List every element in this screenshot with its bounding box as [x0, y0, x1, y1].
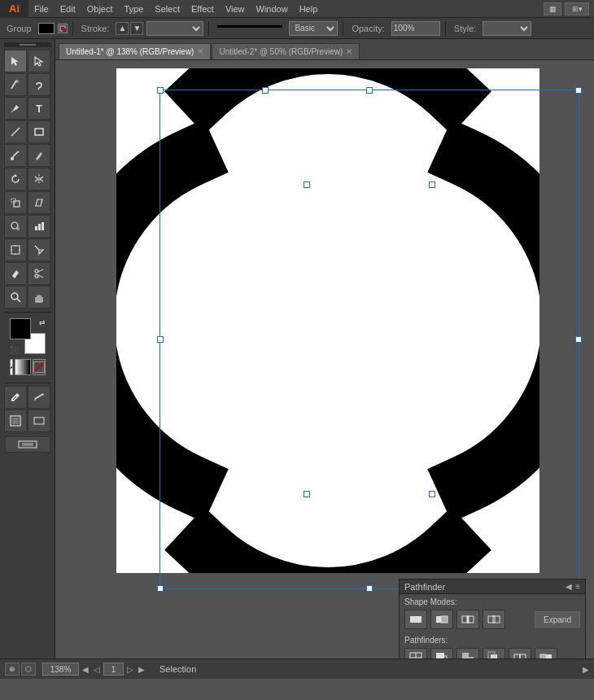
scale-tool[interactable]: [4, 191, 27, 214]
page-prev-btn-2[interactable]: ◁: [92, 665, 102, 674]
slice-tool[interactable]: [28, 238, 50, 261]
zoom-input[interactable]: [42, 663, 79, 676]
stroke-swatch-mini[interactable]: [58, 24, 68, 33]
canvas-area[interactable]: Untitled-1* @ 138% (RGB/Preview) ✕ Untit…: [55, 39, 594, 658]
reflect-tool[interactable]: [28, 168, 50, 190]
page-next-btn-2[interactable]: ▷: [125, 665, 135, 674]
pathfinder-title: Pathfinder: [404, 582, 445, 592]
panel-menu-btn[interactable]: ≡: [575, 582, 580, 591]
crop-btn[interactable]: [483, 648, 505, 658]
rotate-tool[interactable]: [4, 168, 27, 190]
line-tool[interactable]: [4, 120, 27, 143]
fill-swatch[interactable]: [38, 23, 55, 34]
handle-bm[interactable]: [366, 585, 373, 592]
menu-help[interactable]: Help: [294, 0, 324, 17]
shear-tool[interactable]: [28, 191, 50, 214]
intersect-btn[interactable]: [456, 610, 479, 629]
tab-1-close[interactable]: ✕: [197, 47, 203, 56]
type-tool[interactable]: T: [28, 97, 50, 120]
svg-rect-47: [493, 616, 500, 623]
pencil-tool[interactable]: [28, 144, 50, 167]
pathfinder-titlebar: Pathfinder ◀ ≡: [400, 580, 585, 594]
artboards-btn[interactable]: [5, 436, 50, 453]
basic-dropdown[interactable]: Basic: [289, 21, 338, 36]
unite-btn[interactable]: [404, 610, 427, 629]
minus-back-btn[interactable]: [535, 648, 557, 658]
menu-object[interactable]: Object: [81, 0, 119, 17]
color-mode-btn[interactable]: [10, 359, 13, 375]
page-prev-btn[interactable]: ◀: [81, 665, 90, 674]
default-colors-icon[interactable]: ⬛: [10, 346, 19, 354]
svg-point-11: [16, 227, 20, 230]
gradient-mode-btn[interactable]: [15, 359, 31, 375]
handle-tr[interactable]: [575, 87, 582, 94]
minus-front-btn[interactable]: [430, 610, 453, 629]
none-mode-btn[interactable]: [33, 359, 46, 375]
arrange-icon[interactable]: ⊞▾: [565, 2, 589, 15]
outline-btn[interactable]: [509, 648, 531, 658]
zoom-tool[interactable]: [4, 286, 27, 308]
magic-wand-tool[interactable]: [4, 73, 27, 96]
expand-button[interactable]: Expand: [535, 611, 580, 628]
menu-select[interactable]: Select: [149, 0, 186, 17]
svg-point-21: [35, 269, 38, 273]
menu-window[interactable]: Window: [251, 0, 294, 17]
handle-mr[interactable]: [575, 336, 582, 343]
svg-rect-16: [11, 246, 20, 254]
symbol-sprayer-tool[interactable]: [4, 215, 27, 238]
tool-row-8: [4, 215, 50, 238]
svg-line-26: [17, 299, 20, 302]
scissors-tool[interactable]: [28, 262, 50, 285]
tool-row-3: T: [4, 97, 50, 120]
workspace-icon[interactable]: ▦: [544, 2, 561, 15]
paintbrush-tool[interactable]: [4, 144, 27, 167]
swap-colors-icon[interactable]: ⇄: [39, 318, 46, 326]
opacity-input[interactable]: [391, 21, 440, 36]
stroke-style-dropdown[interactable]: [146, 21, 203, 36]
tab-2[interactable]: Untitled-2* @ 50% (RGB/Preview) ✕: [212, 43, 360, 59]
status-icon-2[interactable]: ⬡: [21, 663, 36, 676]
menu-edit[interactable]: Edit: [55, 0, 81, 17]
status-right: ▶: [583, 665, 589, 674]
pen-tool[interactable]: [4, 97, 27, 120]
selection-tool[interactable]: [4, 50, 27, 72]
tab-1[interactable]: Untitled-1* @ 138% (RGB/Preview) ✕: [59, 43, 211, 59]
direct-selection-tool[interactable]: [28, 50, 50, 72]
menu-effect[interactable]: Effect: [186, 0, 220, 17]
stroke-down-btn[interactable]: ▼: [130, 22, 143, 35]
style-dropdown[interactable]: [483, 21, 531, 36]
page-input[interactable]: [103, 663, 124, 676]
separator-2: [208, 21, 209, 36]
svg-rect-15: [41, 222, 44, 230]
lasso-tool[interactable]: [28, 73, 50, 96]
rectangle-tool[interactable]: [28, 120, 50, 143]
tool-row-1: [4, 50, 50, 72]
tool-row-bottom: [4, 386, 50, 409]
artboard-tool[interactable]: [4, 238, 27, 261]
menu-file[interactable]: File: [28, 0, 55, 17]
status-icon-1[interactable]: ⊕: [5, 663, 20, 676]
graph-tool[interactable]: [28, 215, 50, 238]
panel-collapse-btn[interactable]: ◀: [566, 582, 572, 591]
screen-mode-btn[interactable]: [4, 409, 27, 432]
eyedropper-tool[interactable]: [4, 386, 27, 409]
hand-tool[interactable]: [28, 286, 50, 308]
main-area: T: [0, 39, 594, 658]
svg-line-31: [35, 394, 43, 399]
stroke-label: Stroke:: [78, 24, 113, 33]
control-toolbar: Group Stroke: ▲ ▼ Basic Opacity: Style:: [0, 18, 594, 39]
page-next-btn[interactable]: ▶: [137, 665, 146, 674]
exclude-btn[interactable]: [483, 610, 505, 629]
handle-bl[interactable]: [157, 585, 164, 592]
foreground-color-swatch[interactable]: [10, 318, 31, 339]
view-mode-btn[interactable]: [28, 409, 50, 432]
stroke-up-btn[interactable]: ▲: [116, 22, 129, 35]
menu-type[interactable]: Type: [119, 0, 150, 17]
menu-view[interactable]: View: [220, 0, 251, 17]
measure-tool[interactable]: [28, 386, 50, 409]
eraser-tool[interactable]: [4, 262, 27, 285]
tab-2-close[interactable]: ✕: [346, 47, 352, 56]
trim-btn[interactable]: [430, 648, 453, 658]
merge-btn[interactable]: [456, 648, 479, 658]
divide-btn[interactable]: [404, 648, 427, 658]
